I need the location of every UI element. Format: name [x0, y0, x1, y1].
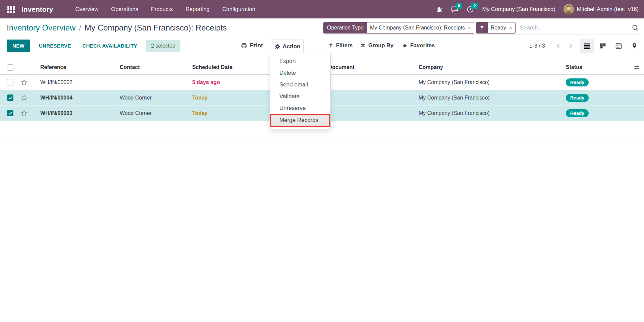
menu-item-validate[interactable]: Validate [270, 90, 330, 102]
status-badge: Ready [566, 109, 589, 117]
action-dropdown-menu: Export Delete Send email Validate Unrese… [270, 53, 331, 129]
company-cell: My Company (San Francisco) [419, 95, 566, 101]
filter-icon [476, 22, 488, 33]
column-header-status[interactable]: Status [566, 64, 623, 70]
remove-facet-icon[interactable]: × [468, 25, 471, 30]
nav-item-operations[interactable]: Operations [111, 6, 138, 12]
funnel-icon [328, 43, 333, 48]
check-availability-button[interactable]: CHECK AVAILABILITY [80, 40, 140, 52]
debug-bug-icon[interactable] [436, 6, 443, 13]
column-header-reference[interactable]: Reference [40, 64, 120, 70]
reference-cell[interactable]: WH/IN/00002 [40, 79, 120, 85]
favorite-star-icon[interactable] [18, 79, 40, 86]
facet-value: Ready [491, 25, 506, 31]
menu-item-send-email[interactable]: Send email [270, 79, 330, 90]
unreserve-button[interactable]: UNRESERVE [36, 40, 74, 52]
facet-value: My Company (San Francisco): Receipts [370, 25, 465, 31]
map-pin-icon [631, 43, 638, 49]
apps-grid-icon [7, 6, 15, 13]
contact-cell: Wood Corner [120, 110, 192, 116]
nav-item-reporting[interactable]: Reporting [185, 6, 210, 12]
bug-icon [436, 6, 443, 13]
action-menu-button[interactable]: Action [271, 40, 304, 53]
search-input[interactable] [517, 24, 630, 31]
pager-label: 1-3 / 3 [529, 43, 545, 49]
check-icon [8, 111, 13, 116]
status-badge: Ready [566, 78, 589, 86]
menu-item-export[interactable]: Export [270, 55, 330, 67]
search-bar: Operation Type My Company (San Francisco… [323, 21, 640, 35]
view-kanban-button[interactable] [595, 39, 610, 53]
messages-count-badge: 5 [455, 3, 462, 9]
star-icon [402, 43, 408, 48]
printer-icon [241, 43, 247, 49]
new-button[interactable]: NEW [7, 40, 30, 52]
view-list-button[interactable] [580, 39, 594, 53]
nav-item-products[interactable]: Products [151, 6, 173, 12]
activities-button[interactable]: 2 [467, 6, 474, 13]
print-button[interactable]: Print [239, 42, 265, 49]
row-checkbox[interactable] [7, 94, 13, 101]
nav-item-configuration[interactable]: Configuration [222, 6, 255, 12]
reference-cell[interactable]: WH/IN/00004 [40, 95, 120, 101]
view-switcher [580, 39, 642, 53]
nav-item-overview[interactable]: Overview [75, 6, 99, 12]
apps-menu-button[interactable] [6, 4, 16, 14]
view-calendar-button[interactable] [611, 39, 626, 53]
gear-icon [274, 44, 280, 50]
menu-item-unreserve[interactable]: Unreserve [270, 102, 330, 114]
menu-item-delete[interactable]: Delete [270, 67, 330, 79]
favorite-star-icon[interactable] [18, 110, 40, 117]
messages-button[interactable]: 5 [451, 5, 459, 13]
pager-previous-button[interactable] [554, 42, 563, 50]
company-switcher[interactable]: My Company (San Francisco) [482, 6, 555, 12]
row-checkbox[interactable] [7, 110, 13, 116]
remove-facet-icon[interactable]: × [509, 25, 512, 30]
avatar [564, 4, 574, 14]
view-map-button[interactable] [627, 39, 642, 53]
page-title: My Company (San Francisco): Receipts [85, 23, 227, 33]
breadcrumb-parent-link[interactable]: Inventory Overview [7, 23, 75, 33]
contact-cell: Wood Corner [120, 95, 192, 101]
company-cell: My Company (San Francisco) [419, 110, 566, 116]
calendar-view-icon [615, 42, 622, 49]
search-icon[interactable] [632, 24, 639, 31]
sliders-icon [634, 64, 640, 71]
favorites-button[interactable]: Favorites [400, 42, 437, 49]
app-name[interactable]: Inventory [21, 5, 53, 13]
column-header-company[interactable]: Company [419, 64, 566, 70]
list-view-icon [583, 42, 591, 50]
breadcrumb: Inventory Overview / My Company (San Fra… [7, 18, 227, 37]
facet-category-label: Operation Type [324, 22, 367, 33]
row-checkbox[interactable] [7, 79, 13, 85]
select-all-checkbox[interactable] [7, 64, 13, 71]
column-header-contact[interactable]: Contact [120, 64, 192, 70]
activities-count-badge: 2 [471, 3, 478, 9]
user-name: Mitchell Admin (test_v16) [577, 6, 639, 12]
inventory-page: Inventory Overview Operations Products R… [0, 0, 644, 322]
search-facet-operation-type[interactable]: Operation Type My Company (San Francisco… [323, 22, 474, 34]
breadcrumb-row: Inventory Overview / My Company (San Fra… [0, 18, 644, 37]
kanban-view-icon [599, 42, 606, 49]
status-badge: Ready [566, 94, 589, 102]
column-options-button[interactable] [634, 64, 640, 71]
layers-icon [360, 43, 366, 48]
main-menu: Overview Operations Products Reporting C… [75, 6, 255, 12]
user-menu[interactable]: Mitchell Admin (test_v16) [564, 4, 639, 14]
group-by-button[interactable]: Group By [358, 42, 395, 49]
chevron-left-icon [555, 42, 562, 50]
chevron-right-icon [567, 42, 574, 50]
search-facet-ready-filter[interactable]: Ready × [476, 22, 516, 34]
reference-cell[interactable]: WH/IN/00003 [40, 110, 120, 116]
filters-button[interactable]: Filters [326, 42, 355, 49]
pager-next-button[interactable] [566, 42, 575, 50]
breadcrumb-separator: / [79, 23, 81, 33]
selected-count-badge: 2 selected [146, 40, 180, 52]
favorite-star-icon[interactable] [18, 94, 40, 102]
check-icon [8, 95, 13, 100]
menu-item-merge-records[interactable]: Merge Records [270, 114, 330, 127]
company-cell: My Company (San Francisco) [419, 79, 566, 85]
top-navbar: Inventory Overview Operations Products R… [0, 0, 644, 18]
